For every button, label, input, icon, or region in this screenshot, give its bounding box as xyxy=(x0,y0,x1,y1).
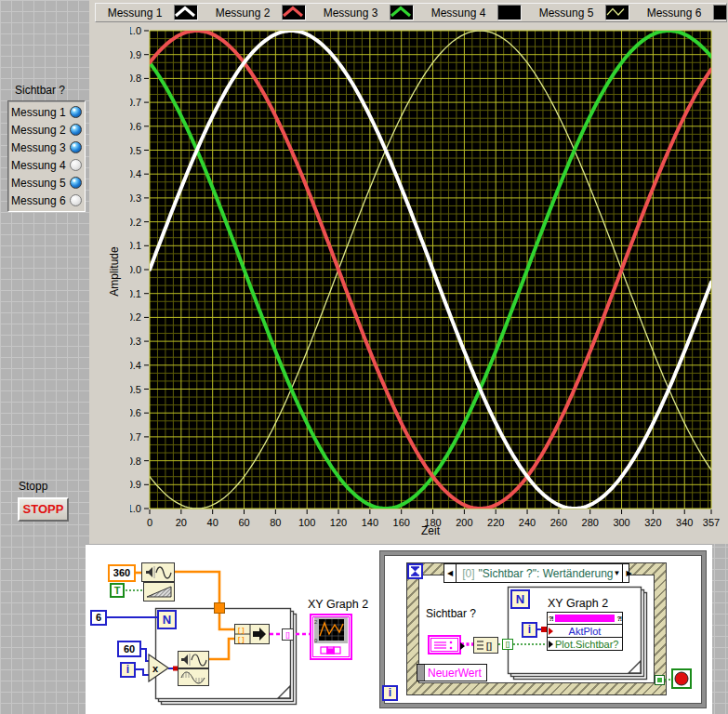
numeric-constant-6[interactable]: 6 xyxy=(90,610,107,626)
tunnel-auto-index[interactable]: [] xyxy=(282,628,294,641)
hourglass-icon xyxy=(409,565,421,577)
svg-text:[]: [] xyxy=(486,641,492,651)
svg-text:[ ]: [ ] xyxy=(238,627,245,634)
multiply-icon: x xyxy=(148,654,170,682)
event-data-node[interactable]: NeuerWert xyxy=(417,664,487,681)
property-node-header: ?! ?! xyxy=(548,613,622,625)
output-nub-icon xyxy=(460,642,465,650)
ramp-pattern-vi[interactable] xyxy=(143,582,175,602)
tunnel-stop-boolean[interactable] xyxy=(655,675,665,685)
bundle-icon: [ ] [ ] xyxy=(235,625,269,643)
listbox-glyph xyxy=(430,638,458,652)
boolean-true-constant[interactable]: T xyxy=(110,583,125,598)
next-case-arrow-icon[interactable]: ▶ xyxy=(622,564,634,582)
case-dropdown-icon[interactable]: ▼ xyxy=(614,569,623,577)
property-row-plot-sichtbar[interactable]: Plot.Sichtbar? xyxy=(548,638,622,650)
iteration-terminal[interactable]: i xyxy=(120,662,136,678)
tunnel-orange[interactable] xyxy=(214,602,225,614)
xy-graph-terminal-label: XY Graph 2 xyxy=(308,598,368,611)
event-case-selector[interactable]: ◀ [0] "Sichtbar ?": Wertänderung ▼ ▶ xyxy=(443,563,629,583)
event-data-handle[interactable] xyxy=(417,665,425,681)
sine-vi-inner[interactable] xyxy=(178,651,209,668)
sichtbar-terminal-label: Sichtbar ? xyxy=(426,607,476,620)
numeric-constant-360[interactable]: 360 xyxy=(108,564,136,582)
speaker-sine-icon xyxy=(179,652,208,668)
xy-graph-icon: 2 0 xyxy=(314,617,348,656)
stop-condition-icon xyxy=(673,670,690,687)
while-iteration-terminal[interactable]: i xyxy=(382,685,398,701)
numeric-constant-60[interactable]: 60 xyxy=(117,641,141,657)
property-node[interactable]: ?! ?! AktPlot Plot.Sichtbar? xyxy=(547,612,623,651)
loop-condition-terminal[interactable] xyxy=(671,668,692,689)
property-row-aktplot[interactable]: AktPlot xyxy=(548,625,622,638)
event-timeout-terminal[interactable] xyxy=(407,563,423,579)
cluster-to-array-node[interactable]: [] xyxy=(473,637,498,654)
for-loop-count-terminal[interactable]: N xyxy=(157,610,177,629)
listbox-icon xyxy=(432,640,457,651)
prev-case-arrow-icon[interactable]: ◀ xyxy=(444,564,457,582)
event-case-name: "Sichtbar ?": Wertänderung xyxy=(479,567,614,580)
sichtbar-control-terminal[interactable] xyxy=(428,635,461,654)
cluster-to-array-icon: [] xyxy=(474,638,497,653)
input-arrow-icon xyxy=(549,641,553,648)
sine-hatch-icon xyxy=(179,669,208,685)
tunnel-boolean-array[interactable]: [] xyxy=(502,639,513,650)
xy-graph-terminal-inner: 2 0 xyxy=(312,616,350,657)
xy-graph-terminal[interactable]: 2 0 xyxy=(310,614,352,660)
ref-glyph: ?! xyxy=(615,615,622,622)
for-loop-count-terminal[interactable]: N xyxy=(510,589,530,609)
ref-glyph: ?! xyxy=(548,615,554,622)
multiply-node[interactable]: x xyxy=(148,654,170,682)
iteration-terminal[interactable]: i xyxy=(522,622,537,638)
speaker-sine-icon xyxy=(142,563,174,581)
svg-text:x: x xyxy=(152,663,159,674)
event-data-label: NeuerWert xyxy=(425,667,482,680)
svg-text:[ ]: [ ] xyxy=(238,636,245,643)
property-node-title: XY Graph 2 xyxy=(548,597,608,610)
event-case-index: [0] xyxy=(462,567,474,580)
input-arrow-icon xyxy=(549,628,553,635)
labview-window: Messung 1Messung 2Messung 3Messung 4Mess… xyxy=(0,0,728,714)
ramp-icon xyxy=(144,583,174,601)
bundle-node[interactable]: [ ] [ ] xyxy=(234,624,270,644)
class-color-bar xyxy=(555,615,615,622)
sine-pattern-vi[interactable] xyxy=(141,562,175,582)
sine-phase-graphic[interactable] xyxy=(178,668,209,686)
